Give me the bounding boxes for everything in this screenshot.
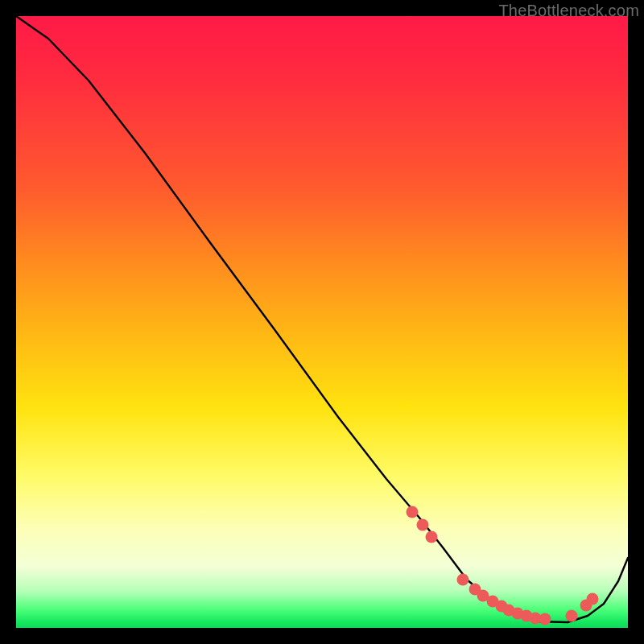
chart-plot-area	[16, 16, 628, 628]
data-marker	[539, 613, 551, 625]
chart-overlay	[16, 16, 628, 628]
data-marker	[566, 610, 578, 622]
data-marker	[417, 519, 429, 531]
chart-stage: TheBottleneck.com	[0, 0, 644, 644]
data-marker	[457, 574, 469, 586]
data-marker	[587, 593, 599, 605]
bottleneck-curve	[16, 16, 628, 622]
data-marker	[407, 506, 419, 518]
data-marker	[426, 531, 438, 543]
data-markers	[407, 506, 599, 625]
